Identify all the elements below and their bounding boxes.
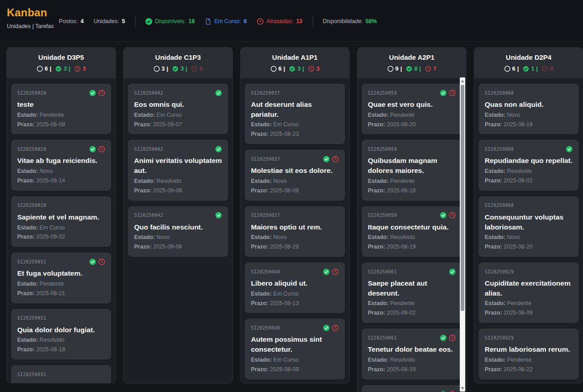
prazo-label: Prazo: xyxy=(368,121,385,128)
check-circle-icon xyxy=(440,212,447,219)
column-title: Unidade D3P5 xyxy=(11,53,111,61)
count-late-value: 3 xyxy=(316,65,319,72)
task-status-icons xyxy=(89,146,105,153)
estado-value: Novo xyxy=(156,234,169,240)
count-done: 3| xyxy=(172,65,187,72)
task-id: SI20250040 xyxy=(251,325,280,330)
task-card[interactable]: SI20250068 Quas non aliquid. Estado: Nov… xyxy=(479,84,578,134)
task-card[interactable]: SI20250059 Quae est vero quis. Estado: P… xyxy=(362,84,462,134)
task-card[interactable]: SI20250042 Eos omnis qui. Estado: Em Cur… xyxy=(128,84,228,134)
task-status-icons xyxy=(440,391,456,392)
task-card[interactable]: SI20250061 Ad occaecati id. Estado: Reso… xyxy=(362,385,462,392)
task-card[interactable]: SI20250042 Quo facilis nesciunt. Estado:… xyxy=(128,206,228,257)
task-title: Quae est vero quis. xyxy=(368,100,456,110)
clock-icon xyxy=(332,156,339,163)
task-id: SI20250042 xyxy=(134,91,163,96)
task-estado: Estado: Novo xyxy=(251,234,339,241)
scroll-up-arrow-icon[interactable] xyxy=(460,78,465,84)
estado-value: Pendente xyxy=(39,112,64,118)
kanban-column: Unidade C1P3 3| 3| 0 SI20250042 xyxy=(123,47,233,383)
task-id: SI20250059 xyxy=(368,91,397,96)
task-card[interactable]: SI20250068 Consequuntur voluptas laborio… xyxy=(479,196,578,257)
stat-disponibilidade-label: Disponibilidade: xyxy=(323,18,363,24)
circle-outline-icon xyxy=(154,66,160,72)
check-circle-icon xyxy=(406,66,412,72)
page-title: Kanban xyxy=(7,6,54,19)
prazo-value: 2025-08-13 xyxy=(270,300,299,306)
task-id: SI20250061 xyxy=(368,335,397,340)
check-circle-icon xyxy=(215,90,222,96)
task-card[interactable]: SI20250037 Maiores optio ut rem. Estado:… xyxy=(245,206,345,257)
count-separator: | xyxy=(284,65,285,72)
task-title: Molestiae sit eos dolore. xyxy=(251,166,339,176)
count-late-value: 7 xyxy=(433,65,436,72)
count-late: 0 xyxy=(191,65,202,72)
task-card[interactable]: SI20250031 Et fuga voluptatem. Estado: P… xyxy=(11,253,111,303)
column-header: Unidade D2P4 6| 1| 0 xyxy=(474,48,583,78)
task-card[interactable]: SI20250061 Tenetur dolor beatae eos. Est… xyxy=(362,329,462,379)
scrollbar-thumb[interactable] xyxy=(461,85,464,311)
task-card[interactable]: SI20250031 Neque voluptatum maiores. Est… xyxy=(11,365,111,383)
task-title: Quia dolor dolor fugiat. xyxy=(17,325,105,335)
breadcrumb-nav[interactable]: Unidades | Tarefas xyxy=(7,23,54,29)
vertical-scrollbar[interactable] xyxy=(460,77,465,392)
task-card[interactable]: SI20250029 Rerum laboriosam rerum. Estad… xyxy=(479,329,578,379)
task-card[interactable]: SI20250028 Sapiente et vel magnam. Estad… xyxy=(11,196,111,247)
estado-value: Em Curso xyxy=(273,291,299,297)
task-prazo: Prazo: 2025-08-23 xyxy=(251,130,339,138)
task-card[interactable]: SI20250068 Repudiandae quo repellat. Est… xyxy=(479,140,578,190)
prazo-value: 2025-08-14 xyxy=(36,177,65,184)
task-title: Neque voluptatum maiores. xyxy=(17,381,105,383)
task-status-icons xyxy=(215,90,222,96)
task-prazo: Prazo: 2025-09-06 xyxy=(134,243,222,251)
task-estado: Estado: Em Curso xyxy=(251,290,339,298)
stat-atrasadas-label: Atrasadas: xyxy=(266,18,294,24)
prazo-value: 2025-09-07 xyxy=(153,121,182,128)
task-card[interactable]: SI20250037 Molestiae sit eos dolore. Est… xyxy=(245,150,345,200)
task-card[interactable]: SI20250061 Saepe placeat aut deserunt. E… xyxy=(362,263,462,323)
task-id: SI20250040 xyxy=(251,269,280,274)
task-estado: Estado: Novo xyxy=(485,111,573,119)
prazo-label: Prazo: xyxy=(17,121,34,128)
clock-icon xyxy=(449,335,456,341)
count-total-value: 6 xyxy=(45,65,48,72)
estado-label: Estado: xyxy=(17,168,38,174)
check-circle-icon xyxy=(215,146,222,153)
column-header: Unidade A2P1 9| 8| 7 xyxy=(357,48,466,78)
check-circle-icon xyxy=(449,268,456,275)
check-circle-icon xyxy=(145,18,152,25)
clock-icon xyxy=(191,66,198,72)
count-done: 3| xyxy=(289,65,304,72)
count-total-value: 6 xyxy=(512,65,516,72)
task-id: SI20250042 xyxy=(134,147,163,152)
check-circle-icon xyxy=(89,90,96,96)
task-status-icons xyxy=(566,146,573,153)
card-list: SI20250037 Aut deserunt alias pariatur. … xyxy=(241,78,349,383)
stat-disponiveis-label: Disponíveis: xyxy=(155,18,186,24)
task-title: Et fuga voluptatem. xyxy=(17,268,105,278)
task-card[interactable]: SI20250059 Itaque consectetur quia. Esta… xyxy=(362,206,462,257)
task-card[interactable]: SI20250028 teste Estado: Pendente Prazo:… xyxy=(11,84,111,134)
prazo-value: 2025-08-09 xyxy=(270,187,299,194)
task-card[interactable]: SI20250040 Autem possimus sint consectet… xyxy=(245,319,345,379)
task-estado: Estado: Resolvido xyxy=(17,336,105,344)
clock-icon xyxy=(332,325,339,331)
estado-value: Resolvido xyxy=(156,178,181,184)
scroll-down-arrow-icon[interactable] xyxy=(460,385,465,391)
prazo-value: 2025-08-19 xyxy=(504,121,533,128)
task-card[interactable]: SI20250029 Cupiditate exercitationem ali… xyxy=(479,263,578,323)
task-prazo: Prazo: 2025-08-20 xyxy=(485,243,573,251)
task-card[interactable]: SI20250031 Quia dolor dolor fugiat. Esta… xyxy=(11,309,111,359)
task-card[interactable]: SI20250040 Libero aliquid ut. Estado: Em… xyxy=(245,263,345,313)
kanban-column: Unidade D2P4 6| 1| 0 SI20250068 xyxy=(474,47,583,383)
task-card[interactable]: SI20250037 Aut deserunt alias pariatur. … xyxy=(245,84,345,144)
task-card[interactable]: SI20250059 Quibusdam magnam dolores maio… xyxy=(362,140,462,200)
task-prazo: Prazo: 2025-08-19 xyxy=(485,121,573,129)
stat-atrasadas: Atrasadas: 13 xyxy=(257,18,303,25)
task-card[interactable]: SI20250042 Animi veritatis voluptatem au… xyxy=(128,140,228,200)
card-list: SI20250028 teste Estado: Pendente Prazo:… xyxy=(7,78,116,383)
estado-label: Estado: xyxy=(251,178,272,184)
prazo-label: Prazo: xyxy=(251,131,268,137)
estado-value: Resolvido xyxy=(39,337,64,343)
task-card[interactable]: SI20250028 Vitae ab fuga reiciendis. Est… xyxy=(11,140,111,190)
